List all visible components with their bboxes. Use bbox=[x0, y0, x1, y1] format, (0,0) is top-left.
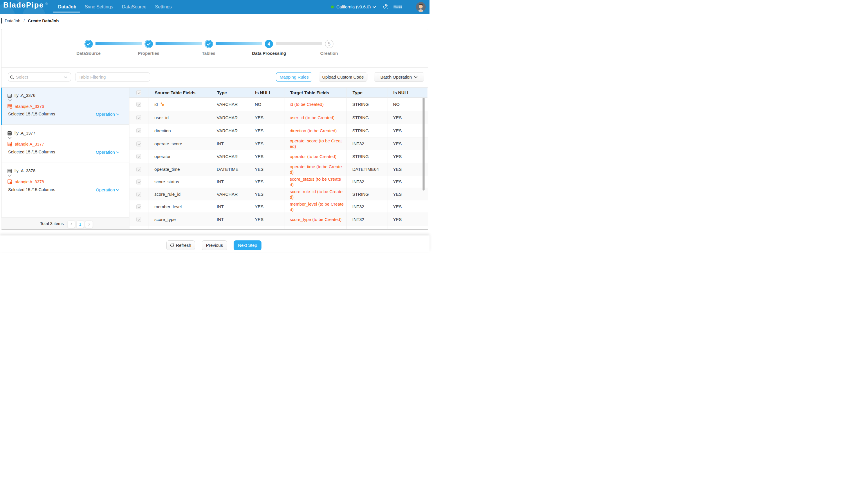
svg-text:4: 4 bbox=[268, 42, 270, 46]
svg-text:5: 5 bbox=[328, 42, 331, 46]
